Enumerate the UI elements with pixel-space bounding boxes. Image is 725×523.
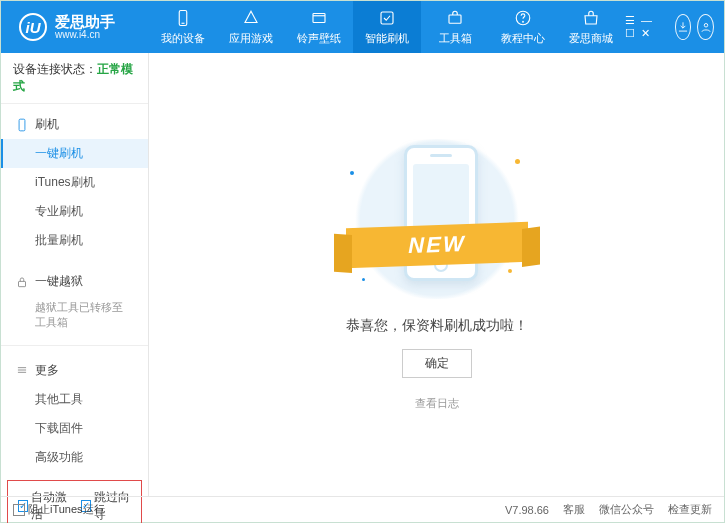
- sidebar-note: 越狱工具已转移至 工具箱: [1, 296, 148, 335]
- nav-toolbox[interactable]: 工具箱: [421, 1, 489, 53]
- app-url: www.i4.cn: [55, 29, 115, 41]
- titlebar: iU 爱思助手 www.i4.cn 我的设备 应用游戏 铃声壁纸 智能刷机: [1, 1, 724, 53]
- ok-button[interactable]: 确定: [402, 349, 472, 378]
- main-content: NEW 恭喜您，保资料刷机成功啦！ 确定 查看日志: [149, 53, 724, 496]
- check-update-link[interactable]: 检查更新: [668, 502, 712, 517]
- lock-icon: [15, 275, 29, 289]
- sidebar-section-label: 更多: [35, 362, 59, 379]
- sidebar-section-flash[interactable]: 刷机: [1, 110, 148, 139]
- svg-rect-2: [313, 14, 325, 23]
- version-label: V7.98.66: [505, 504, 549, 516]
- more-icon: [15, 363, 29, 377]
- nav-label: 爱思商城: [569, 31, 613, 46]
- download-button[interactable]: [675, 14, 692, 40]
- help-icon: [513, 8, 533, 28]
- nav-label: 我的设备: [161, 31, 205, 46]
- connection-status: 设备连接状态：正常模式: [1, 53, 148, 104]
- sidebar-section-label: 一键越狱: [35, 273, 83, 290]
- sidebar-section-more[interactable]: 更多: [1, 356, 148, 385]
- logo-icon: iU: [19, 13, 47, 41]
- app-window: iU 爱思助手 www.i4.cn 我的设备 应用游戏 铃声壁纸 智能刷机: [0, 0, 725, 523]
- success-message: 恭喜您，保资料刷机成功啦！: [346, 317, 528, 335]
- svg-rect-9: [19, 281, 26, 286]
- app-logo: iU 爱思助手 www.i4.cn: [1, 13, 149, 41]
- nav-label: 智能刷机: [365, 31, 409, 46]
- nav-themes[interactable]: 铃声壁纸: [285, 1, 353, 53]
- user-button[interactable]: [697, 14, 714, 40]
- sidebar-item-itunes-flash[interactable]: iTunes刷机: [1, 168, 148, 197]
- sidebar-section-jailbreak[interactable]: 一键越狱: [1, 267, 148, 296]
- checkbox-label: 阻止iTunes运行: [28, 502, 105, 517]
- shop-icon: [581, 8, 601, 28]
- status-bar: 阻止iTunes运行 V7.98.66 客服 微信公众号 检查更新: [1, 496, 724, 522]
- nav-help[interactable]: 教程中心: [489, 1, 557, 53]
- sidebar-item-pro-flash[interactable]: 专业刷机: [1, 197, 148, 226]
- nav-apps[interactable]: 应用游戏: [217, 1, 285, 53]
- nav-label: 工具箱: [439, 31, 472, 46]
- apps-icon: [241, 8, 261, 28]
- sidebar-item-other-tools[interactable]: 其他工具: [1, 385, 148, 414]
- flash-icon: [377, 8, 397, 28]
- wechat-link[interactable]: 微信公众号: [599, 502, 654, 517]
- checkbox-block-itunes[interactable]: 阻止iTunes运行: [13, 502, 105, 517]
- svg-rect-4: [449, 15, 461, 23]
- sidebar: 设备连接状态：正常模式 刷机 一键刷机 iTunes刷机 专业刷机 批量刷机 一…: [1, 53, 149, 496]
- device-icon: [173, 8, 193, 28]
- themes-icon: [309, 8, 329, 28]
- svg-rect-3: [381, 12, 393, 24]
- support-link[interactable]: 客服: [563, 502, 585, 517]
- nav-shop[interactable]: 爱思商城: [557, 1, 625, 53]
- flash-section-icon: [15, 118, 29, 132]
- nav-label: 应用游戏: [229, 31, 273, 46]
- sidebar-item-batch-flash[interactable]: 批量刷机: [1, 226, 148, 255]
- connection-label: 设备连接状态：: [13, 62, 97, 76]
- sidebar-item-download-firmware[interactable]: 下载固件: [1, 414, 148, 443]
- svg-point-6: [523, 21, 524, 22]
- ribbon-text: NEW: [408, 230, 465, 258]
- nav-label: 教程中心: [501, 31, 545, 46]
- svg-point-7: [704, 24, 708, 28]
- app-title: 爱思助手: [55, 14, 115, 29]
- window-menu-icons[interactable]: ☰ — ☐ ✕: [625, 14, 661, 40]
- view-log-link[interactable]: 查看日志: [415, 396, 459, 411]
- nav-my-device[interactable]: 我的设备: [149, 1, 217, 53]
- sidebar-section-label: 刷机: [35, 116, 59, 133]
- top-nav: 我的设备 应用游戏 铃声壁纸 智能刷机 工具箱 教程中心: [149, 1, 625, 53]
- nav-flash[interactable]: 智能刷机: [353, 1, 421, 53]
- window-controls: ☰ — ☐ ✕: [625, 14, 725, 40]
- svg-rect-8: [19, 119, 25, 131]
- sidebar-item-oneclick-flash[interactable]: 一键刷机: [1, 139, 148, 168]
- sidebar-item-advanced[interactable]: 高级功能: [1, 443, 148, 472]
- success-illustration: NEW: [332, 139, 542, 299]
- nav-label: 铃声壁纸: [297, 31, 341, 46]
- toolbox-icon: [445, 8, 465, 28]
